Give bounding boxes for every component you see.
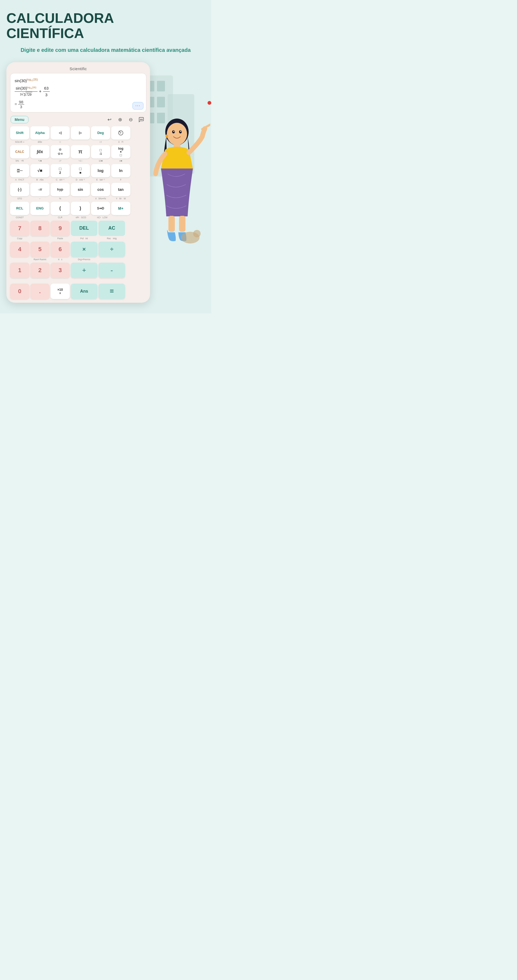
calc-display: sin(30)log½(35) sin(30)log½(35) 3√3729 +…	[10, 73, 146, 112]
person-illustration	[141, 115, 210, 248]
header-subtitle: Digite e edite com uma calculadora matem…	[6, 46, 205, 54]
eng-key[interactable]: ENG	[30, 202, 49, 215]
undo-button[interactable]: ↩	[105, 115, 114, 124]
zero-key[interactable]: 0	[10, 283, 29, 299]
exp10-key[interactable]: ×10x	[51, 283, 70, 299]
equals-key[interactable]: =	[99, 283, 125, 299]
log-key[interactable]: log	[91, 164, 110, 177]
tan-key[interactable]: tan	[111, 183, 130, 196]
dots-button[interactable]: ···	[132, 102, 144, 110]
svg-point-19	[167, 123, 187, 145]
seven-key[interactable]: 7	[10, 221, 29, 236]
ans-key[interactable]: Ans	[71, 283, 97, 299]
calc-key[interactable]: CALC	[10, 145, 29, 158]
ac-key[interactable]: AC	[99, 221, 125, 236]
display-expression: sin(30)log½(35) sin(30)log½(35) 3√3729 +…	[14, 77, 142, 98]
label-row-1: SOLVE = d/dx ☆ □! Σ Π	[10, 140, 146, 144]
del-key[interactable]: DEL	[71, 221, 97, 236]
page-wrapper: CALCULADORA CIENTÍFICA Digite e edite co…	[0, 0, 211, 313]
minus-key[interactable]: -	[99, 262, 125, 278]
label-row-8	[10, 279, 146, 283]
display-result: = 98 3	[14, 100, 142, 109]
sqrt-key[interactable]: √■	[30, 164, 49, 177]
label-row-6: Copy Paste Pol int Rec Intg	[10, 237, 146, 240]
key-row-123: 1 2 3 + -	[10, 262, 146, 278]
square-key[interactable]: □2	[51, 164, 70, 177]
two-key[interactable]: 2	[30, 262, 49, 278]
inverse-key[interactable]: □-1	[91, 145, 110, 158]
svg-point-23	[180, 131, 181, 132]
svg-point-21	[179, 130, 182, 134]
label-row-2: b% ÷R ³√■ □³ ⁿ√□ 10■ e■	[10, 159, 146, 163]
key-row-456: 4 5 6 × ÷	[10, 242, 146, 257]
svg-point-30	[193, 230, 201, 237]
calc-title: Scientific	[10, 67, 146, 71]
four-key[interactable]: 4	[10, 242, 29, 257]
svg-rect-3	[157, 81, 165, 91]
page-title: CALCULADORA CIENTÍFICA	[6, 11, 205, 41]
red-dot-decoration	[207, 101, 211, 105]
calc-area: Scientific sin(30)log½(35) sin(30)log½(3…	[6, 62, 205, 302]
key-section: Shift Alpha ◁ ▷ Deg SOLVE = d/dx ☆ □!	[10, 126, 146, 299]
divide-key[interactable]: ÷	[99, 242, 125, 257]
negative-key[interactable]: (-)	[10, 183, 29, 196]
fraction-key[interactable]	[10, 164, 29, 177]
key-row-789: 7 8 9 DEL AC	[10, 221, 146, 236]
zoom-out-button[interactable]: ⊖	[126, 115, 135, 124]
deg-key[interactable]: Deg	[91, 126, 110, 140]
six-key[interactable]: 6	[51, 242, 70, 257]
eight-key[interactable]: 8	[30, 221, 49, 236]
label-row-5: CONST CLR nPr GCD nCr LCM	[10, 216, 146, 220]
calc-toolbar: Menu ↩ ⊕ ⊖	[10, 115, 146, 124]
one-key[interactable]: 1	[10, 262, 29, 278]
key-row-calc: CALC ∫dx ☆☆≡ π □-1 log■□	[10, 145, 146, 158]
m-plus-key[interactable]: M+	[111, 202, 130, 215]
svg-point-11	[140, 119, 140, 119]
header: CALCULADORA CIENTÍFICA Digite e edite co…	[6, 11, 205, 54]
multiply-key[interactable]: ×	[71, 242, 97, 257]
pi-key[interactable]: π	[71, 145, 90, 158]
menu-button[interactable]: Menu	[11, 116, 29, 123]
cos-key[interactable]: cos	[91, 183, 110, 196]
hyp-key[interactable]: hyp	[51, 183, 70, 196]
alpha-key[interactable]: Alpha	[30, 126, 49, 140]
history-key[interactable]	[111, 126, 130, 140]
key-row-sqrt: √■ □2 □■ log ln	[10, 164, 146, 177]
favorites-key[interactable]: ☆☆≡	[51, 145, 70, 158]
key-row-shift: Shift Alpha ◁ ▷ Deg	[10, 126, 146, 140]
sin-key[interactable]: sin	[71, 183, 90, 196]
comma-key[interactable]: ○///	[30, 183, 49, 196]
label-row-7: Ran# RanInt π ε Drg>PreAns	[10, 258, 146, 261]
key-row-rcl: RCL ENG ( ) S⇔D M+	[10, 202, 146, 215]
plus-key[interactable]: +	[71, 262, 97, 278]
integral-key[interactable]: ∫dx	[30, 145, 49, 158]
close-paren-key[interactable]: )	[71, 202, 90, 215]
nine-key[interactable]: 9	[51, 221, 70, 236]
label-row-3: A FACT B Abs C sin⁻¹ D cos⁻¹ E tan⁻¹ F	[10, 178, 146, 182]
label-row-4: STO ← % , X b%⇔% Y M- M	[10, 197, 146, 200]
svg-rect-28	[179, 216, 185, 232]
left-arrow-key[interactable]: ◁	[51, 126, 70, 140]
s-to-d-key[interactable]: S⇔D	[91, 202, 110, 215]
svg-rect-6	[157, 97, 165, 107]
key-row-0: 0 . ×10x Ans =	[10, 283, 146, 299]
log-box-key[interactable]: log■□	[111, 145, 130, 158]
svg-point-25	[166, 135, 168, 137]
key-row-trig: (-) ○/// hyp sin cos tan	[10, 183, 146, 196]
shift-key[interactable]: Shift	[10, 126, 29, 140]
ln-key[interactable]: ln	[111, 164, 130, 177]
power-key[interactable]: □■	[71, 164, 90, 177]
zoom-in-button[interactable]: ⊕	[115, 115, 124, 124]
three-key[interactable]: 3	[51, 262, 70, 278]
svg-rect-17	[17, 172, 20, 172]
open-paren-key[interactable]: (	[51, 202, 70, 215]
svg-rect-15	[17, 169, 20, 170]
rcl-key[interactable]: RCL	[10, 202, 29, 215]
svg-point-22	[173, 131, 174, 132]
svg-rect-27	[168, 216, 175, 232]
decimal-key[interactable]: .	[30, 283, 49, 299]
calculator-device: Scientific sin(30)log½(35) sin(30)log½(3…	[6, 62, 150, 302]
right-arrow-key[interactable]: ▷	[71, 126, 90, 140]
five-key[interactable]: 5	[30, 242, 49, 257]
svg-point-20	[172, 130, 175, 134]
